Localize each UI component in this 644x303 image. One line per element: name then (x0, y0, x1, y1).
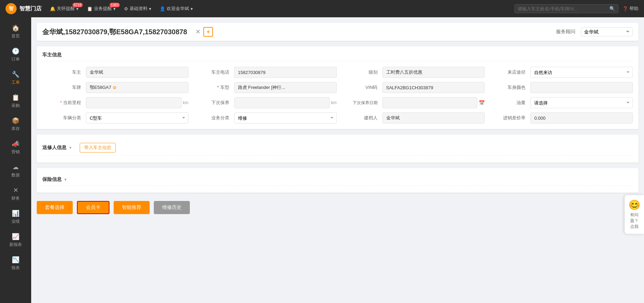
car-type-value[interactable]: 路虎 Freelander [神行... (234, 82, 337, 93)
inventory-icon: 📦 (12, 117, 19, 125)
car-class-label: 车辆分类 (42, 115, 84, 121)
sidebar: 🏠 首页 🕐 订单 🔧 工单 📋 采购 📦 库存 📣 营销 ☁ 数据 ✕ (0, 17, 31, 303)
customer-actions: ✕ + (195, 27, 213, 37)
sidebar-item-data[interactable]: ☁ 数据 (0, 159, 31, 182)
sidebar-item-new-report[interactable]: 📈 新报表 (0, 229, 31, 252)
phone-value-2: 15827030879 (234, 67, 337, 78)
package-select-button[interactable]: 套餐选择 (37, 201, 73, 214)
level-value: 工时费八五折优惠 (382, 67, 485, 78)
doc-icon: 📋 (87, 6, 92, 11)
customer-bar: 金华斌,15827030879,鄂E58GA7,15827030878 ✕ + … (37, 23, 638, 41)
sidebar-item-home[interactable]: 🏠 首页 (0, 20, 31, 43)
service-advisor-select[interactable]: 金华斌 (581, 27, 633, 36)
performance-icon: 📊 (12, 210, 19, 217)
insurance-header[interactable]: 保险信息 ▾ (42, 174, 633, 186)
import-owner-button[interactable]: 带入车主信息 (80, 143, 116, 153)
search-icon[interactable]: 🔍 (609, 6, 615, 11)
finance-icon: ✕ (13, 186, 18, 194)
visit-source-label: 来店途径 (487, 69, 528, 75)
marketing-icon: 📣 (12, 140, 19, 148)
question-icon: ❓ (623, 6, 628, 11)
creator-value: 金华斌 (382, 112, 485, 123)
care-reminder-nav[interactable]: 🔔 关怀提醒 6718 ▾ (50, 6, 79, 12)
body-color-value[interactable] (530, 82, 633, 93)
next-service-date-wrap: 📅 (382, 97, 485, 108)
owner-value-2: 金华斌 (86, 67, 188, 78)
search-area: 🔍 ❓ 帮助 (514, 4, 638, 13)
sidebar-item-marketing[interactable]: 📣 营销 (0, 136, 31, 159)
owner-label-2: 车主 (42, 69, 84, 75)
report-icon: 📉 (12, 256, 19, 264)
biz-reminder-nav[interactable]: 📋 业务提醒 1383 ▾ (87, 6, 116, 12)
smart-recommend-button[interactable]: 智能推荐 (114, 201, 150, 214)
gear-nav-icon: ⚙ (124, 6, 128, 11)
customer-add-button[interactable]: + (203, 27, 213, 37)
mileage-unit: km (183, 100, 188, 105)
help-label: 有问题？ (627, 212, 641, 224)
sidebar-item-workorder[interactable]: 🔧 工单 (0, 66, 31, 90)
search-input[interactable] (518, 6, 609, 11)
search-box[interactable]: 🔍 (514, 4, 618, 13)
level-label: 级别 (339, 69, 380, 75)
biz-type-select[interactable]: 维修 (234, 112, 337, 123)
oil-select[interactable]: 请选择 (530, 97, 633, 108)
repair-history-button[interactable]: 维修历史 (154, 201, 190, 214)
sidebar-item-report[interactable]: 📉 报表 (0, 252, 31, 275)
insurance-title: 保险信息 (42, 176, 62, 183)
service-advisor-select-wrap: 金华斌 (581, 27, 633, 36)
help-button[interactable]: ❓ 帮助 (623, 6, 638, 12)
calendar-icon[interactable]: 📅 (479, 100, 485, 105)
car-class-select-wrap: C型车 (86, 112, 188, 123)
data-icon: ☁ (12, 163, 19, 171)
welcome-nav[interactable]: 👤 欢迎金华斌 ▾ (160, 6, 193, 12)
insurance-info-card: 保险信息 ▾ (37, 168, 638, 193)
plate-label: 车牌 (42, 84, 84, 91)
car-class-select[interactable]: C型车 (86, 112, 188, 123)
insurance-chevron-icon: ▾ (64, 177, 67, 182)
help-sublabel: 点我 (627, 224, 641, 230)
logo-icon: 智 (6, 3, 17, 14)
care-badge: 6718 (72, 3, 83, 7)
delivery-title: 送修人信息 (42, 145, 67, 151)
sidebar-item-purchase[interactable]: 📋 采购 (0, 90, 31, 113)
plate-gear-icon[interactable]: ⚙ (113, 85, 117, 90)
biz-badge: 1383 (109, 3, 120, 7)
sidebar-item-inventory[interactable]: 📦 库存 (0, 113, 31, 136)
current-mileage-input[interactable] (86, 97, 182, 108)
price-diff-label: 进销差价率 (487, 115, 528, 121)
float-help[interactable]: 😊 有问题？ 点我 (625, 195, 644, 234)
member-card-button[interactable]: 会员卡 (77, 201, 109, 214)
top-navigation: 智 智慧门店 🔔 关怀提醒 6718 ▾ 📋 业务提醒 1383 ▾ ⚙ 基础资… (0, 0, 644, 17)
sidebar-item-performance[interactable]: 📊 业绩 (0, 205, 31, 229)
base-data-nav[interactable]: ⚙ 基础资料 ▾ (124, 6, 151, 12)
order-icon: 🕐 (12, 47, 19, 55)
service-advisor-label: 服务顾问 (556, 29, 575, 35)
purchase-icon: 📋 (12, 94, 19, 101)
main-content: 金华斌,15827030879,鄂E58GA7,15827030878 ✕ + … (31, 17, 644, 303)
delivery-chevron-icon: ▾ (69, 145, 71, 150)
next-service-date-input[interactable] (382, 97, 478, 108)
oil-select-wrap: 请选择 (530, 97, 633, 108)
current-mileage-wrap: km (86, 97, 188, 108)
action-buttons: 套餐选择 会员卡 智能推荐 维修历史 (37, 198, 638, 217)
next-service-date-label: 下次保养日期 (339, 100, 380, 106)
price-diff-value: 0.000 (530, 112, 633, 123)
next-service-input[interactable] (234, 97, 330, 108)
chevron-down-icon: ▾ (149, 6, 151, 11)
delivery-header[interactable]: 送修人信息 ▾ 带入车主信息 (42, 140, 633, 156)
oil-label: 油量 (487, 100, 528, 106)
biz-type-select-wrap: 维修 (234, 112, 337, 123)
visit-source-select[interactable]: 自然来访 (530, 67, 633, 78)
car-type-label: * 车型 (191, 84, 232, 91)
home-icon: 🏠 (12, 24, 19, 32)
help-avatar-icon: 😊 (627, 199, 641, 211)
delivery-info-card: 送修人信息 ▾ 带入车主信息 (37, 135, 638, 163)
plate-value: 鄂E58GA7 ⚙ (86, 82, 188, 93)
sidebar-item-finance[interactable]: ✕ 财务 (0, 182, 31, 205)
chevron-down-icon: ▾ (191, 6, 193, 11)
customer-close-icon[interactable]: ✕ (195, 28, 201, 36)
customer-info-text: 金华斌,15827030879,鄂E58GA7,15827030878 (42, 27, 187, 37)
bell-icon: 🔔 (50, 6, 55, 11)
sidebar-item-order[interactable]: 🕐 订单 (0, 43, 31, 66)
visit-source-select-wrap: 自然来访 (530, 67, 633, 78)
